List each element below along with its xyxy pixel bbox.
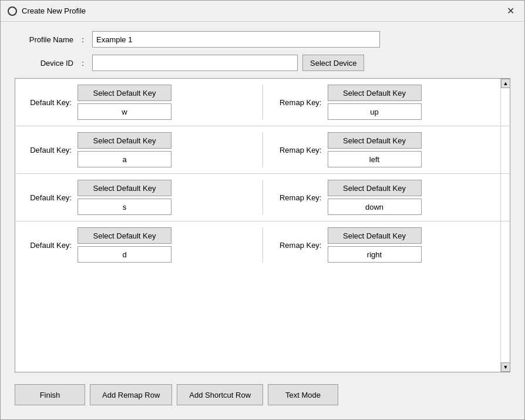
profile-name-input[interactable] [92, 31, 380, 48]
remap-key-label-2: Remap Key: [275, 193, 322, 202]
select-remap-key-button-3[interactable]: Select Default Key [328, 227, 422, 244]
title-bar: Create New Profile ✕ [1, 1, 524, 22]
remap-key-controls-1: Select Default Key [328, 132, 422, 167]
remap-section: Default Key: Select Default Key Remap Ke… [15, 78, 510, 372]
default-key-col-3: Default Key: Select Default Key [25, 227, 251, 263]
default-key-controls-2: Select Default Key [78, 180, 171, 215]
window-icon [8, 6, 17, 16]
default-key-label-1: Default Key: [25, 146, 72, 154]
remap-scroll-area[interactable]: Default Key: Select Default Key Remap Ke… [15, 79, 510, 372]
remap-key-input-1[interactable] [328, 151, 422, 167]
select-remap-key-button-2[interactable]: Select Default Key [328, 180, 422, 196]
default-key-label-3: Default Key: [25, 241, 72, 250]
remap-key-label-3: Remap Key: [275, 241, 322, 250]
remap-key-col-0: Remap Key: Select Default Key [275, 85, 501, 120]
close-button[interactable]: ✕ [503, 4, 517, 18]
device-id-label: Device ID [15, 59, 73, 68]
remap-key-input-3[interactable] [328, 246, 422, 263]
remap-key-input-0[interactable] [328, 103, 422, 120]
profile-name-row: Profile Name : [15, 31, 510, 48]
remap-row: Default Key: Select Default Key Remap Ke… [15, 174, 510, 221]
scroll-up-arrow[interactable]: ▲ [501, 79, 510, 88]
row-divider-1 [262, 132, 263, 167]
scroll-arrows: ▲ ▼ [500, 79, 510, 372]
row-divider-0 [262, 85, 263, 120]
profile-name-label: Profile Name [15, 35, 73, 44]
remap-key-controls-2: Select Default Key [328, 180, 422, 215]
default-key-col-0: Default Key: Select Default Key [25, 85, 251, 120]
remap-key-label-0: Remap Key: [275, 98, 322, 107]
remap-row: Default Key: Select Default Key Remap Ke… [15, 79, 510, 126]
default-key-input-3[interactable] [78, 246, 171, 263]
device-id-colon: : [78, 59, 88, 68]
row-divider-3 [262, 227, 263, 263]
select-default-key-button-3[interactable]: Select Default Key [78, 227, 171, 244]
select-default-key-button-1[interactable]: Select Default Key [78, 132, 171, 149]
select-remap-key-button-0[interactable]: Select Default Key [328, 85, 422, 101]
device-id-row: Device ID : Select Device [15, 55, 510, 71]
default-key-controls-0: Select Default Key [78, 85, 171, 120]
select-remap-key-button-1[interactable]: Select Default Key [328, 132, 422, 149]
default-key-col-1: Default Key: Select Default Key [25, 132, 251, 167]
device-id-input[interactable] [92, 55, 298, 71]
default-key-controls-3: Select Default Key [78, 227, 171, 263]
select-default-key-button-0[interactable]: Select Default Key [78, 85, 171, 101]
default-key-label-0: Default Key: [25, 98, 72, 107]
default-key-input-2[interactable] [78, 199, 171, 215]
row-divider-2 [262, 180, 263, 215]
text-mode-button[interactable]: Text Mode [268, 384, 338, 405]
select-device-button[interactable]: Select Device [302, 55, 364, 71]
window-title: Create New Profile [22, 6, 86, 15]
remap-key-col-2: Remap Key: Select Default Key [275, 180, 501, 215]
remap-key-col-1: Remap Key: Select Default Key [275, 132, 501, 167]
remap-key-input-2[interactable] [328, 199, 422, 215]
select-default-key-button-2[interactable]: Select Default Key [78, 180, 171, 196]
title-bar-left: Create New Profile [8, 6, 86, 16]
remap-key-col-3: Remap Key: Select Default Key [275, 227, 501, 263]
main-window: Create New Profile ✕ Profile Name : Devi… [0, 0, 525, 420]
remap-row: Default Key: Select Default Key Remap Ke… [15, 221, 510, 268]
main-content: Profile Name : Device ID : Select Device… [1, 22, 524, 419]
remap-key-controls-3: Select Default Key [328, 227, 422, 263]
scroll-down-arrow[interactable]: ▼ [501, 362, 510, 372]
footer: Finish Add Remap Row Add Shortcut Row Te… [15, 379, 510, 410]
default-key-controls-1: Select Default Key [78, 132, 171, 167]
default-key-label-2: Default Key: [25, 193, 72, 202]
default-key-input-0[interactable] [78, 103, 171, 120]
finish-button[interactable]: Finish [15, 384, 85, 405]
default-key-col-2: Default Key: Select Default Key [25, 180, 251, 215]
add-shortcut-row-button[interactable]: Add Shortcut Row [177, 384, 263, 405]
remap-key-label-1: Remap Key: [275, 146, 322, 154]
remap-key-controls-0: Select Default Key [328, 85, 422, 120]
add-remap-row-button[interactable]: Add Remap Row [90, 384, 172, 405]
profile-name-colon: : [78, 35, 88, 44]
remap-row: Default Key: Select Default Key Remap Ke… [15, 126, 510, 174]
default-key-input-1[interactable] [78, 151, 171, 167]
